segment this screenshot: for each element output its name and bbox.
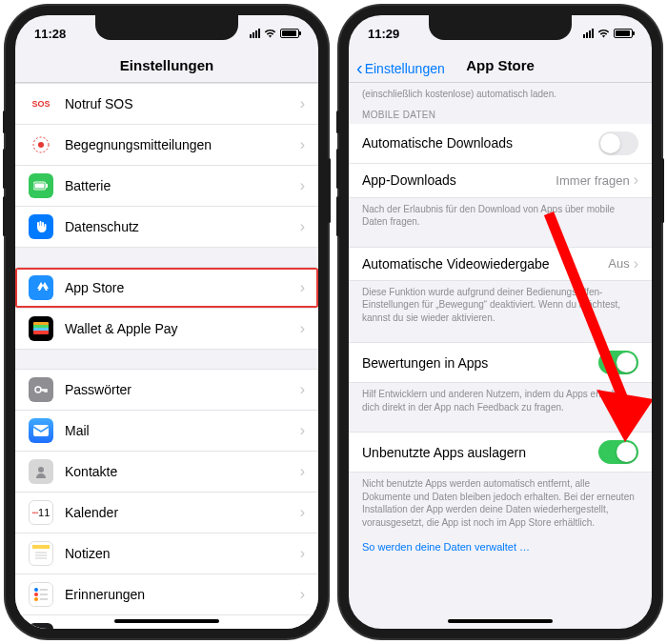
svg-point-1 [38, 142, 44, 148]
page-title: App Store [466, 57, 535, 73]
back-button[interactable]: ‹Einstellungen [356, 57, 445, 79]
chevron-icon: › [300, 218, 305, 235]
voice-icon [29, 623, 53, 629]
top-note: (einschließlich kostenlose) automatisch … [349, 83, 652, 106]
toggle-auto-downloads[interactable] [598, 131, 638, 155]
row-calendar[interactable]: •••11Kalender› [15, 493, 318, 533]
row-reminders[interactable]: Erinnerungen› [15, 574, 318, 615]
row-contacts[interactable]: Kontakte› [15, 452, 318, 493]
chevron-icon: › [300, 504, 305, 521]
chevron-icon: › [300, 463, 305, 480]
chevron-icon: › [300, 177, 305, 194]
svg-rect-3 [46, 184, 48, 188]
hand-icon [29, 214, 53, 239]
chevron-icon: › [300, 320, 305, 337]
page-title: Einstellungen [120, 57, 213, 73]
calendar-icon: •••11 [29, 500, 53, 525]
row-battery[interactable]: Batterie› [15, 166, 318, 207]
reminders-icon [29, 582, 53, 607]
svg-point-17 [34, 593, 38, 596]
battery-icon [280, 29, 299, 38]
svg-rect-12 [32, 545, 50, 549]
signal-icon [583, 29, 594, 38]
svg-rect-10 [33, 425, 49, 436]
key-icon [29, 377, 53, 402]
row-passwords[interactable]: Passwörter› [15, 369, 318, 411]
wifi-icon [264, 28, 276, 40]
appstore-icon [29, 275, 53, 300]
wifi-icon [597, 28, 610, 40]
chevron-icon: › [300, 586, 305, 603]
chevron-icon: › [300, 136, 305, 153]
signal-icon [250, 29, 260, 38]
time: 11:28 [34, 27, 66, 41]
row-privacy[interactable]: Datenschutz› [15, 207, 318, 248]
notes-icon [29, 541, 53, 566]
time: 11:29 [368, 27, 399, 41]
chevron-icon: › [300, 95, 305, 112]
battery-icon [614, 29, 633, 38]
nav-bar: Einstellungen [15, 51, 318, 83]
row-appstore[interactable]: App Store› [15, 267, 318, 309]
mail-icon [29, 418, 53, 443]
wallet-icon [29, 316, 53, 341]
svg-point-11 [38, 467, 44, 473]
sos-icon: SOS [29, 91, 53, 116]
chevron-icon: › [300, 422, 305, 439]
phone-left: 11:28 Einstellungen SOSNotruf SOS› Begeg… [6, 6, 328, 638]
nav-bar: ‹Einstellungen App Store [349, 51, 652, 83]
chevron-icon: › [300, 545, 305, 562]
section-header: MOBILE DATEN [349, 106, 652, 124]
svg-point-16 [34, 588, 38, 592]
row-notes[interactable]: Notizen› [15, 533, 318, 574]
svg-rect-4 [35, 184, 45, 189]
home-indicator[interactable] [448, 619, 553, 623]
exposure-icon [29, 132, 53, 157]
chevron-icon: › [300, 627, 305, 629]
chevron-icon: › [300, 279, 305, 296]
annotation-arrow [520, 204, 652, 452]
phone-right: 11:29 ‹Einstellungen App Store (einschli… [339, 6, 661, 638]
section-footer: Nicht benutzte Apps werden automatisch e… [349, 473, 652, 533]
home-indicator[interactable] [114, 619, 219, 623]
row-mail[interactable]: Mail› [15, 411, 318, 452]
row-exposure[interactable]: Begegnungsmitteilungen› [15, 125, 318, 166]
chevron-icon: › [634, 171, 638, 189]
svg-rect-8 [33, 331, 49, 334]
battery-icon [29, 173, 53, 198]
chevron-icon: › [300, 381, 305, 398]
svg-point-9 [35, 387, 41, 392]
row-wallet[interactable]: Wallet & Apple Pay› [15, 309, 318, 350]
svg-point-18 [34, 597, 38, 601]
row-app-downloads[interactable]: App-DownloadsImmer fragen› [349, 164, 652, 198]
settings-list[interactable]: SOSNotruf SOS› Begegnungsmitteilungen› B… [15, 83, 318, 629]
contacts-icon [29, 459, 53, 484]
data-management-link[interactable]: So werden deine Daten verwaltet … [349, 533, 652, 560]
svg-marker-22 [596, 390, 652, 442]
row-notruf[interactable]: SOSNotruf SOS› [15, 83, 318, 125]
row-auto-downloads[interactable]: Automatische Downloads [349, 124, 652, 164]
